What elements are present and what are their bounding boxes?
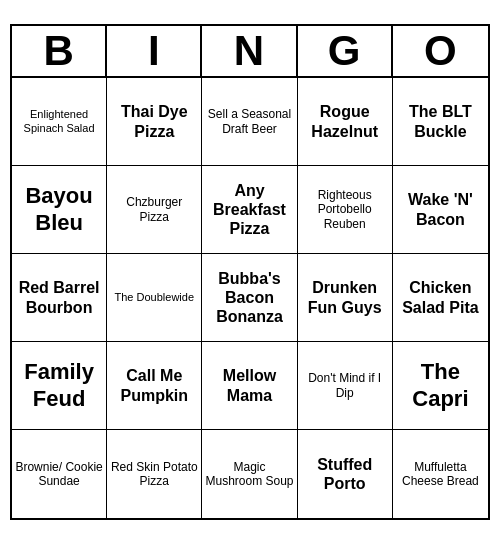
cell-label: Bayou Bleu	[15, 183, 103, 236]
cell-label: Red Skin Potato Pizza	[110, 460, 198, 489]
cell-label: Sell a Seasonal Draft Beer	[205, 107, 293, 136]
bingo-cell: Sell a Seasonal Draft Beer	[202, 78, 297, 166]
header-letter: O	[393, 26, 488, 76]
bingo-cell: Drunken Fun Guys	[298, 254, 393, 342]
cell-label: Drunken Fun Guys	[301, 278, 389, 316]
cell-label: Brownie/ Cookie Sundae	[15, 460, 103, 489]
bingo-cell: Chzburger Pizza	[107, 166, 202, 254]
header-letter: B	[12, 26, 107, 76]
bingo-cell: Thai Dye Pizza	[107, 78, 202, 166]
cell-label: Thai Dye Pizza	[110, 102, 198, 140]
bingo-cell: The Doublewide	[107, 254, 202, 342]
cell-label: Mellow Mama	[205, 366, 293, 404]
cell-label: Muffuletta Cheese Bread	[396, 460, 485, 489]
cell-label: Chicken Salad Pita	[396, 278, 485, 316]
cell-label: Any Breakfast Pizza	[205, 181, 293, 239]
bingo-cell: Righteous Portobello Reuben	[298, 166, 393, 254]
bingo-cell: Enlightened Spinach Salad	[12, 78, 107, 166]
bingo-cell: Mellow Mama	[202, 342, 297, 430]
cell-label: Bubba's Bacon Bonanza	[205, 269, 293, 327]
bingo-cell: Brownie/ Cookie Sundae	[12, 430, 107, 518]
bingo-cell: Rogue Hazelnut	[298, 78, 393, 166]
cell-label: Don't Mind if I Dip	[301, 371, 389, 400]
cell-label: Magic Mushroom Soup	[205, 460, 293, 489]
cell-label: Call Me Pumpkin	[110, 366, 198, 404]
cell-label: Enlightened Spinach Salad	[15, 108, 103, 134]
bingo-cell: The Capri	[393, 342, 488, 430]
bingo-cell: Call Me Pumpkin	[107, 342, 202, 430]
cell-label: Family Feud	[15, 359, 103, 412]
cell-label: Red Barrel Bourbon	[15, 278, 103, 316]
bingo-cell: Don't Mind if I Dip	[298, 342, 393, 430]
cell-label: Wake 'N' Bacon	[396, 190, 485, 228]
bingo-cell: Wake 'N' Bacon	[393, 166, 488, 254]
bingo-cell: Chicken Salad Pita	[393, 254, 488, 342]
cell-label: Stuffed Porto	[301, 455, 389, 493]
bingo-cell: Magic Mushroom Soup	[202, 430, 297, 518]
cell-label: The BLT Buckle	[396, 102, 485, 140]
header-letter: G	[298, 26, 393, 76]
bingo-grid: Enlightened Spinach SaladThai Dye PizzaS…	[12, 78, 488, 518]
cell-label: The Capri	[396, 359, 485, 412]
bingo-cell: Red Barrel Bourbon	[12, 254, 107, 342]
bingo-cell: Muffuletta Cheese Bread	[393, 430, 488, 518]
header-letter: N	[202, 26, 297, 76]
bingo-header: BINGO	[12, 26, 488, 78]
bingo-cell: Family Feud	[12, 342, 107, 430]
header-letter: I	[107, 26, 202, 76]
cell-label: Rogue Hazelnut	[301, 102, 389, 140]
bingo-card: BINGO Enlightened Spinach SaladThai Dye …	[10, 24, 490, 520]
cell-label: Righteous Portobello Reuben	[301, 188, 389, 231]
bingo-cell: Any Breakfast Pizza	[202, 166, 297, 254]
bingo-cell: Bubba's Bacon Bonanza	[202, 254, 297, 342]
bingo-cell: Bayou Bleu	[12, 166, 107, 254]
bingo-cell: Red Skin Potato Pizza	[107, 430, 202, 518]
cell-label: Chzburger Pizza	[110, 195, 198, 224]
bingo-cell: Stuffed Porto	[298, 430, 393, 518]
cell-label: The Doublewide	[115, 291, 195, 304]
bingo-cell: The BLT Buckle	[393, 78, 488, 166]
